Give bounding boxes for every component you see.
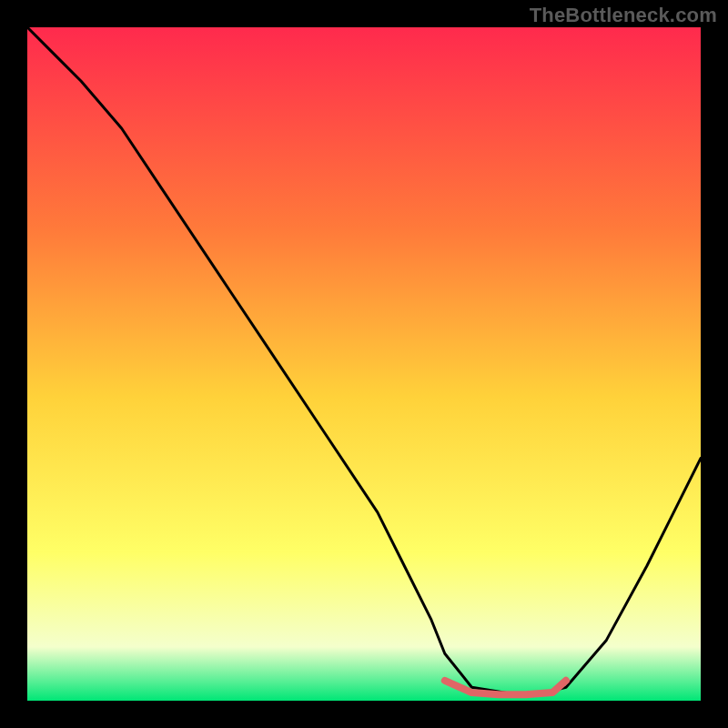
watermark-text: TheBottleneck.com [530,4,717,27]
plot-area [27,27,701,701]
gradient-background [27,27,701,701]
chart-svg [27,27,701,701]
chart-frame: TheBottleneck.com [0,0,728,728]
